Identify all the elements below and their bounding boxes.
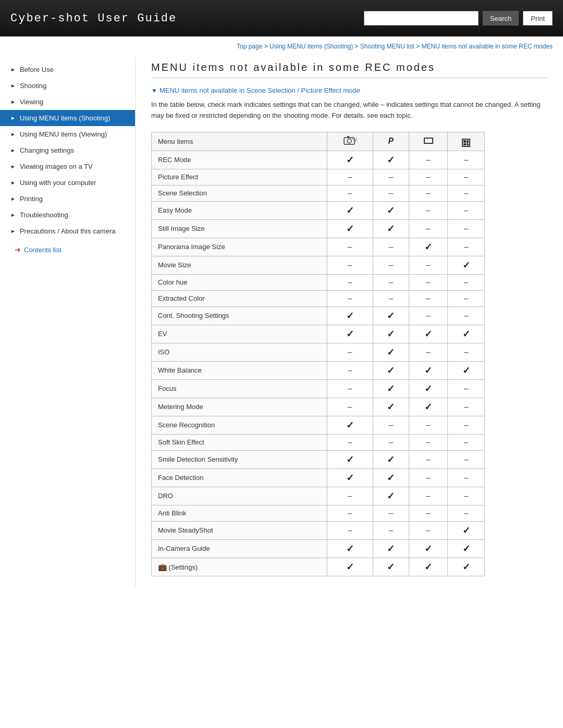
menu-item-cell: – [448, 274, 485, 290]
menu-item-cell: ✓ [373, 539, 409, 558]
menu-item-cell: – [448, 468, 485, 487]
section-link[interactable]: ▼ MENU items not available in Scene Sele… [151, 87, 547, 94]
arrow-icon: ► [10, 180, 16, 186]
svg-point-3 [352, 139, 353, 140]
menu-item-cell: – [448, 487, 485, 505]
main-layout: ► Before Use ► Shooting ► Viewing ► Usin… [0, 56, 563, 608]
table-row: White Balance–✓✓✓ [152, 361, 485, 379]
print-button[interactable]: Print [523, 11, 553, 26]
sidebar-item-using-menu-viewing[interactable]: ► Using MENU items (Viewing) [0, 126, 135, 142]
menu-item-cell: ✓ [327, 325, 373, 343]
sidebar-item-before-use[interactable]: ► Before Use [0, 61, 135, 78]
sidebar-item-label: Using MENU items (Shooting) [20, 114, 110, 122]
menu-item-cell: – [409, 219, 448, 238]
table-row: Scene Recognition✓––– [152, 416, 485, 434]
menu-item-cell: – [448, 398, 485, 416]
menu-item-cell: – [373, 185, 409, 201]
menu-item-cell: ✓ [409, 361, 448, 379]
table-row: Anti Blink–––– [152, 505, 485, 521]
sidebar-item-troubleshooting[interactable]: ► Troubleshooting [0, 207, 135, 223]
menu-item-cell: – [448, 238, 485, 256]
menu-item-cell: – [327, 434, 373, 450]
table-row: Scene Selection–––– [152, 185, 485, 201]
sidebar-item-viewing[interactable]: ► Viewing [0, 94, 135, 110]
breadcrumb: Top page > Using MENU items (Shooting) >… [0, 36, 563, 56]
menu-item-name: Metering Mode [152, 398, 327, 416]
col-header-icon3 [409, 132, 448, 151]
sidebar-item-computer[interactable]: ► Using with your computer [0, 175, 135, 191]
arrow-right-icon: ➔ [15, 245, 21, 254]
arrow-icon: ► [10, 228, 16, 234]
sidebar-item-using-menu-shooting[interactable]: ► Using MENU items (Shooting) [0, 110, 135, 126]
menu-item-cell: ✓ [373, 219, 409, 238]
table-row: Movie Size–––✓ [152, 256, 485, 274]
svg-point-1 [347, 139, 351, 143]
table-row: Metering Mode–✓✓– [152, 398, 485, 416]
sidebar-item-label: Before Use [20, 66, 54, 73]
menu-item-name: Easy Mode [152, 201, 327, 219]
menu-item-cell: ✓ [373, 450, 409, 468]
scene-selection-link[interactable]: MENU items not available in Scene Select… [160, 87, 360, 94]
menu-item-name: Cont. Shooting Settings [152, 306, 327, 325]
breadcrumb-using-menu[interactable]: Using MENU items (Shooting) [270, 43, 353, 50]
table-row: Soft Skin Effect–––– [152, 434, 485, 450]
breadcrumb-shooting-menu-list[interactable]: Shooting MENU list [360, 43, 414, 50]
menu-item-cell: ✓ [409, 398, 448, 416]
menu-item-cell: – [448, 343, 485, 361]
menu-item-cell: ✓ [448, 256, 485, 274]
menu-item-cell: – [327, 343, 373, 361]
menu-item-cell: – [409, 343, 448, 361]
sidebar-item-precautions[interactable]: ► Precautions / About this camera [0, 223, 135, 239]
search-button[interactable]: Search [483, 11, 519, 26]
breadcrumb-top[interactable]: Top page [237, 43, 262, 50]
menu-item-cell: – [448, 219, 485, 238]
breadcrumb-current[interactable]: MENU items not available in some REC mod… [422, 43, 553, 50]
sidebar-item-label: Precautions / About this camera [20, 227, 116, 235]
menu-item-cell: ✓ [448, 539, 485, 558]
sidebar-item-printing[interactable]: ► Printing [0, 191, 135, 207]
col-header-menu-items: Menu items [152, 132, 327, 151]
menu-item-cell: – [373, 238, 409, 256]
menu-item-name: Soft Skin Effect [152, 434, 327, 450]
contents-link-label: Contents list [24, 246, 62, 254]
sidebar-item-label: Changing settings [20, 146, 74, 154]
menu-item-cell: – [448, 185, 485, 201]
menu-item-name: Anti Blink [152, 505, 327, 521]
menu-item-cell: – [327, 185, 373, 201]
sidebar-item-changing-settings[interactable]: ► Changing settings [0, 142, 135, 158]
menu-item-cell: ✓ [327, 219, 373, 238]
sidebar-item-shooting[interactable]: ► Shooting [0, 78, 135, 94]
sidebar-item-viewing-tv[interactable]: ► Viewing images on a TV [0, 158, 135, 175]
table-row: Panorama Image Size––✓– [152, 238, 485, 256]
menu-item-cell: – [327, 398, 373, 416]
menu-item-cell: ✓ [373, 558, 409, 576]
menu-item-cell: ✓ [327, 468, 373, 487]
menu-item-cell: – [409, 169, 448, 185]
menu-item-name: Color hue [152, 274, 327, 290]
search-input[interactable] [364, 11, 479, 26]
menu-item-name: Scene Selection [152, 185, 327, 201]
menu-item-cell: ✓ [448, 361, 485, 379]
menu-item-cell: ✓ [373, 487, 409, 505]
menu-item-cell: – [373, 434, 409, 450]
menu-item-cell: ✓ [373, 325, 409, 343]
menu-item-name: Still Image Size [152, 219, 327, 238]
arrow-icon: ► [10, 196, 16, 202]
table-row: 💼 (Settings)✓✓✓✓ [152, 558, 485, 576]
menu-item-name: White Balance [152, 361, 327, 379]
sidebar-item-label: Viewing [20, 98, 43, 106]
menu-item-cell: – [448, 505, 485, 521]
menu-item-cell: – [373, 521, 409, 539]
menu-item-cell: – [448, 306, 485, 325]
menu-item-cell: – [409, 201, 448, 219]
col-header-icon4 [448, 132, 485, 151]
menu-item-cell: – [327, 487, 373, 505]
menu-item-cell: ✓ [448, 558, 485, 576]
arrow-icon: ► [10, 67, 16, 72]
menu-item-cell: – [409, 450, 448, 468]
menu-item-cell: – [448, 169, 485, 185]
sidebar-item-label: Shooting [20, 82, 46, 90]
arrow-icon: ► [10, 99, 16, 105]
contents-list-link[interactable]: ➔ Contents list [0, 239, 135, 258]
menu-item-cell: – [409, 256, 448, 274]
